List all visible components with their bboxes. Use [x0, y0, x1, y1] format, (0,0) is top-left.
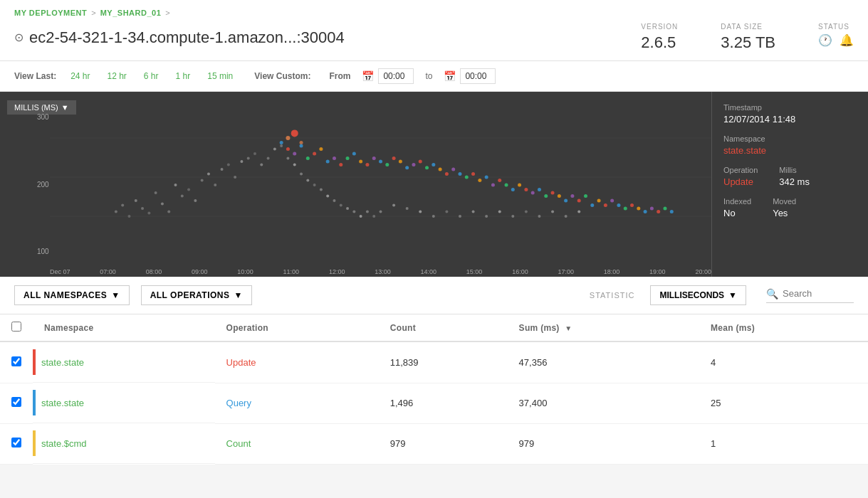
- svg-point-11: [147, 212, 150, 215]
- svg-point-10: [141, 207, 144, 210]
- svg-point-42: [346, 157, 350, 160]
- x-tick-1400: 14:00: [421, 268, 437, 275]
- time-1hr[interactable]: 1 hr: [173, 70, 194, 83]
- row-sum-cell: 47,356: [508, 341, 699, 383]
- svg-point-100: [340, 204, 343, 207]
- svg-point-62: [478, 179, 481, 182]
- svg-point-45: [365, 163, 369, 166]
- svg-point-24: [234, 176, 236, 179]
- svg-point-39: [326, 160, 330, 164]
- svg-point-20: [207, 173, 210, 176]
- namespace-link[interactable]: state.$cmd: [41, 438, 87, 449]
- tooltip-timestamp-label: Timestamp: [723, 103, 857, 112]
- calendar-from-icon[interactable]: 📅: [362, 70, 374, 82]
- svg-point-44: [359, 160, 362, 164]
- select-all-checkbox[interactable]: [11, 322, 21, 332]
- host-name: ec2-54-321-1-34.compute-1.amazon...:3000…: [29, 28, 345, 47]
- namespace-link[interactable]: state.state: [41, 398, 84, 408]
- svg-point-59: [458, 172, 461, 176]
- operations-dropdown[interactable]: ALL OPERATIONS ▼: [141, 285, 252, 305]
- row-namespace-cell: state.$cmd: [33, 423, 215, 464]
- bell-icon[interactable]: 🔔: [840, 33, 854, 47]
- clock-icon[interactable]: 🕐: [818, 33, 832, 47]
- svg-point-67: [511, 188, 515, 191]
- breadcrumb-deployment[interactable]: MY DEPLOYMENT: [14, 9, 87, 17]
- row-sum-cell: 37,400: [508, 383, 699, 423]
- svg-point-96: [313, 184, 316, 186]
- from-time-input[interactable]: [378, 68, 414, 84]
- col-sum-header[interactable]: Sum (ms) ▼: [508, 314, 699, 341]
- svg-point-117: [525, 210, 528, 213]
- to-time-input[interactable]: [460, 68, 496, 84]
- row-namespace-cell: state.state: [33, 383, 215, 423]
- operations-arrow: ▼: [234, 290, 243, 300]
- row-checkbox[interactable]: [11, 397, 21, 407]
- row-color-indicator: [33, 349, 36, 375]
- row-operation-cell: Query: [215, 383, 379, 423]
- operation-link[interactable]: Count: [226, 438, 251, 449]
- time-6hr[interactable]: 6 hr: [141, 70, 162, 83]
- svg-point-90: [663, 207, 666, 211]
- x-tick-dec07: Dec 07: [50, 268, 70, 275]
- tooltip-indexed-value: No: [723, 208, 751, 218]
- svg-point-114: [485, 215, 488, 218]
- col-checkbox: [0, 314, 33, 341]
- time-24hr[interactable]: 24 hr: [68, 70, 93, 83]
- svg-point-109: [419, 210, 422, 213]
- row-sum-cell: 979: [508, 423, 699, 464]
- server-icon: ⊙: [14, 31, 23, 44]
- svg-point-101: [346, 207, 349, 210]
- namespaces-dropdown[interactable]: ALL NAMESPACES ▼: [14, 285, 130, 305]
- calendar-to-icon[interactable]: 📅: [444, 70, 456, 82]
- x-tick-1700: 17:00: [558, 268, 574, 275]
- svg-point-120: [565, 215, 568, 218]
- operation-link[interactable]: Query: [226, 398, 251, 408]
- svg-point-113: [472, 210, 475, 213]
- namespaces-label: ALL NAMESPACES: [23, 290, 107, 300]
- time-12hr[interactable]: 12 hr: [105, 70, 130, 83]
- svg-point-75: [564, 199, 568, 203]
- chart-container: MILLIS (MS) ▼ 300 200 100: [0, 92, 868, 277]
- tooltip-namespace-value: state.state: [723, 145, 857, 156]
- svg-point-52: [412, 163, 415, 166]
- svg-point-34: [293, 152, 296, 156]
- row-checkbox[interactable]: [11, 438, 21, 447]
- time-15min[interactable]: 15 min: [204, 70, 236, 83]
- x-tick-1500: 15:00: [466, 268, 483, 275]
- row-operation-cell: Count: [215, 423, 379, 464]
- row-checkbox[interactable]: [11, 356, 21, 366]
- svg-point-99: [333, 199, 335, 202]
- svg-point-50: [399, 160, 402, 164]
- svg-point-3: [291, 129, 298, 137]
- svg-point-66: [505, 184, 508, 187]
- svg-point-107: [392, 204, 395, 207]
- svg-point-9: [135, 199, 137, 202]
- to-label: to: [425, 71, 432, 81]
- breadcrumb-shard[interactable]: MY_SHARD_01: [100, 9, 162, 17]
- data-size-label: DATA SIZE: [721, 23, 775, 31]
- svg-point-35: [300, 144, 303, 148]
- tooltip-indexed-label: Indexed: [723, 197, 751, 206]
- milliseconds-label: MILLISECONDS: [659, 290, 724, 300]
- x-tick-1900: 19:00: [649, 268, 666, 275]
- operation-link[interactable]: Update: [226, 357, 256, 368]
- svg-point-33: [286, 147, 290, 151]
- svg-point-63: [485, 176, 488, 179]
- search-input[interactable]: [783, 288, 854, 299]
- namespace-link[interactable]: state.state: [41, 357, 84, 368]
- row-checkbox-cell: [0, 383, 33, 423]
- tooltip-panel: Timestamp 12/07/2014 11:48 Namespace sta…: [711, 92, 868, 277]
- tooltip-millis-col: Millis 342 ms: [779, 166, 810, 187]
- status-metric: STATUS 🕐 🔔: [818, 23, 854, 47]
- svg-point-64: [491, 184, 495, 187]
- svg-point-74: [558, 194, 561, 198]
- x-tick-0800: 08:00: [146, 268, 162, 275]
- svg-point-116: [511, 215, 514, 218]
- svg-point-87: [644, 210, 647, 213]
- version-value: 2.6.5: [641, 33, 678, 52]
- svg-point-28: [260, 163, 263, 166]
- row-count-cell: 979: [379, 423, 508, 464]
- svg-point-21: [214, 184, 216, 186]
- controls-bar: View Last: 24 hr 12 hr 6 hr 1 hr 15 min …: [0, 61, 868, 92]
- milliseconds-dropdown[interactable]: MILLISECONDS ▼: [650, 285, 746, 305]
